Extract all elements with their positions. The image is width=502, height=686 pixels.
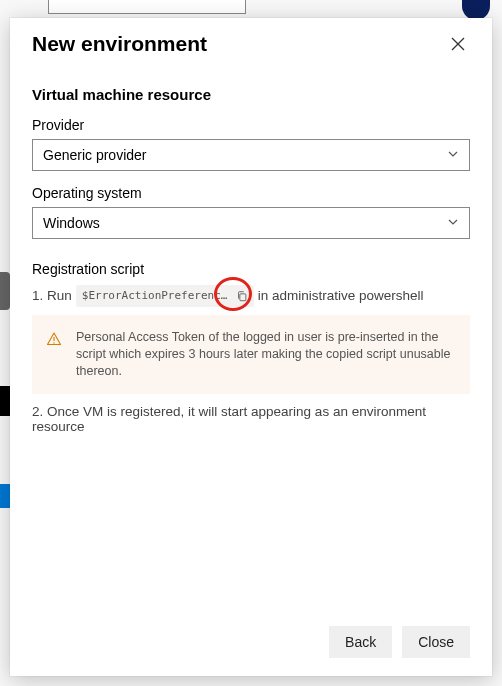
info-message: Personal Access Token of the logged in u… (76, 329, 454, 380)
close-button[interactable] (446, 32, 470, 56)
close-icon (450, 36, 466, 52)
script-text: $ErrorActionPreference="Stop… (82, 286, 231, 306)
modal-title: New environment (32, 32, 207, 56)
warning-icon (46, 329, 62, 380)
chevron-down-icon (447, 215, 459, 231)
provider-value: Generic provider (43, 147, 147, 163)
back-button[interactable]: Back (329, 626, 392, 658)
background-avatar (462, 0, 490, 20)
background-input (48, 0, 246, 14)
new-environment-modal: New environment Virtual machine resource… (10, 18, 492, 676)
step1-prefix: 1. Run (32, 286, 72, 306)
provider-select[interactable]: Generic provider (32, 139, 470, 171)
chevron-down-icon (447, 147, 459, 163)
close-footer-button[interactable]: Close (402, 626, 470, 658)
os-value: Windows (43, 215, 100, 231)
svg-point-2 (53, 342, 54, 343)
registration-heading: Registration script (32, 261, 470, 277)
registration-step-1: 1. Run $ErrorActionPreference="Stop… in … (32, 285, 470, 307)
modal-header: New environment (10, 18, 492, 66)
copy-icon (236, 290, 248, 302)
modal-body: Virtual machine resource Provider Generi… (10, 66, 492, 614)
background-fragment (0, 272, 10, 310)
step1-suffix: in administrative powershell (258, 286, 424, 306)
svg-rect-0 (240, 294, 246, 301)
registration-step-2: 2. Once VM is registered, it will start … (32, 404, 470, 434)
os-select[interactable]: Windows (32, 207, 470, 239)
info-callout: Personal Access Token of the logged in u… (32, 315, 470, 394)
copy-script-button[interactable] (234, 286, 249, 306)
provider-label: Provider (32, 117, 470, 133)
modal-footer: Back Close (10, 614, 492, 676)
os-label: Operating system (32, 185, 470, 201)
section-heading: Virtual machine resource (32, 86, 470, 103)
script-snippet: $ErrorActionPreference="Stop… (76, 285, 254, 307)
